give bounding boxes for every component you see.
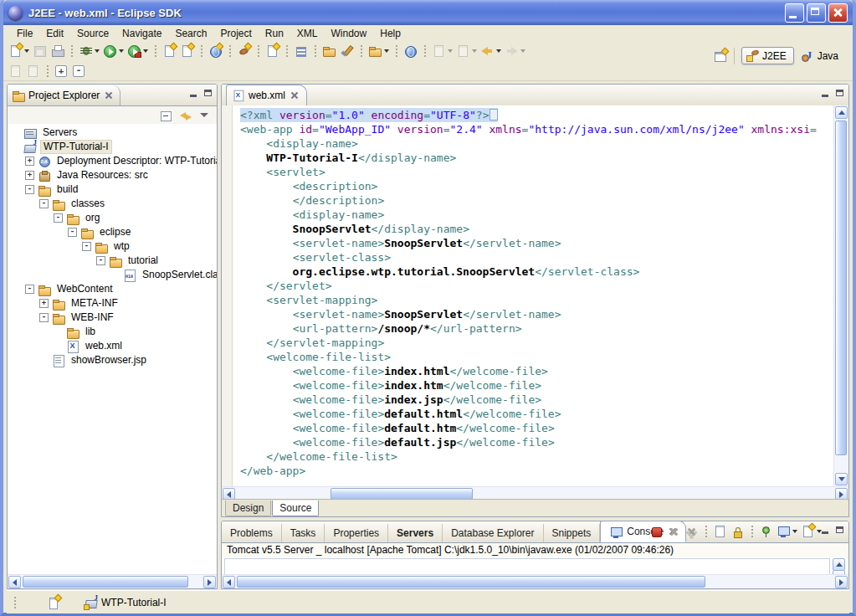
minimize-console-button[interactable] <box>820 526 831 536</box>
go-into-button[interactable] <box>454 44 479 59</box>
tree-item-java-resources-src[interactable]: +Java Resources: src <box>8 168 217 182</box>
view-tab-tasks[interactable]: Tasks <box>282 524 325 542</box>
perspective-java[interactable]: Java <box>797 47 846 64</box>
view-tab-properties[interactable]: Properties <box>325 524 388 542</box>
new-dynamic-web-project-button[interactable] <box>207 44 224 59</box>
external-tools-button[interactable] <box>126 44 150 59</box>
view-menu-icon[interactable] <box>197 109 212 122</box>
link-with-editor-icon[interactable] <box>178 109 192 122</box>
minimize-editor-button[interactable] <box>820 89 831 99</box>
new-servlet-button[interactable] <box>161 44 178 59</box>
go-into-dropdown-icon[interactable] <box>472 49 477 53</box>
tree-item-wtp-tutorial-i[interactable]: WTP-Tutorial-I <box>8 140 217 154</box>
menu-xml[interactable]: XML <box>290 27 325 40</box>
display-selected-console-dropdown-icon[interactable] <box>792 530 797 533</box>
collapse-toggle-icon[interactable]: - <box>68 228 77 237</box>
tree-item-tutorial[interactable]: -tutorial <box>8 254 217 268</box>
new-ear-button[interactable] <box>264 44 281 59</box>
back-button[interactable] <box>479 44 503 59</box>
source-editor[interactable]: <?xml version="1.0" encoding="UTF-8"?><w… <box>222 105 848 486</box>
menu-source[interactable]: Source <box>70 27 115 40</box>
collapse-all-editor-button[interactable] <box>70 64 88 79</box>
expand-all-button[interactable] <box>53 64 70 79</box>
menu-search[interactable]: Search <box>168 27 213 40</box>
clear-console-button[interactable] <box>711 524 729 539</box>
terminate-button[interactable] <box>648 524 665 539</box>
tree-item-lib[interactable]: lib <box>8 325 217 339</box>
tree-item-servers[interactable]: Servers <box>8 126 217 140</box>
console-hscrollbar[interactable] <box>222 574 848 588</box>
view-tab-problems[interactable]: Problems <box>222 524 282 542</box>
collapse-toggle-icon[interactable]: - <box>96 256 105 265</box>
project-explorer-hscrollbar[interactable] <box>8 574 217 588</box>
collapse-toggle-icon[interactable]: - <box>82 242 91 251</box>
menu-edit[interactable]: Edit <box>39 27 70 40</box>
minimize-view-button[interactable] <box>188 89 199 99</box>
tree-item-web-inf[interactable]: -WEB-INF <box>8 311 217 325</box>
previous-annotation-button[interactable] <box>7 64 24 79</box>
menu-run[interactable]: Run <box>259 27 290 40</box>
menu-file[interactable]: File <box>10 27 39 40</box>
collapse-toggle-icon[interactable]: - <box>39 313 49 322</box>
run-dropdown-icon[interactable] <box>119 49 124 53</box>
external-tools-dropdown-icon[interactable] <box>143 49 148 53</box>
open-resource-dropdown-icon[interactable] <box>384 49 389 53</box>
title-bar[interactable]: J2EE - web.xml - Eclipse SDK <box>3 0 853 25</box>
forward-button[interactable] <box>503 44 527 59</box>
expand-toggle-icon[interactable]: + <box>25 171 34 180</box>
menu-navigate[interactable]: Navigate <box>115 27 168 40</box>
menu-help[interactable]: Help <box>373 27 407 40</box>
minimize-button[interactable] <box>785 3 804 23</box>
collapse-toggle-icon[interactable]: - <box>54 213 63 223</box>
new-jsp-button[interactable] <box>178 44 196 59</box>
tree-item-deployment-descriptor-wtp-tutorial-i[interactable]: +Deployment Descriptor: WTP-Tutorial-I <box>8 154 217 168</box>
back-dropdown-icon[interactable] <box>496 49 501 53</box>
maximize-console-button[interactable] <box>834 526 845 536</box>
last-edit-location-button[interactable] <box>430 44 454 59</box>
tree-item-org[interactable]: -org <box>8 211 217 225</box>
new-dropdown-icon[interactable] <box>24 49 29 53</box>
save-button[interactable] <box>31 44 49 59</box>
next-annotation-button[interactable] <box>24 64 42 79</box>
view-tab-servers[interactable]: Servers <box>388 524 443 542</box>
debug-button[interactable] <box>77 44 101 59</box>
menu-project[interactable]: Project <box>213 27 258 40</box>
close-button[interactable] <box>828 3 848 23</box>
pin-console-button[interactable] <box>757 524 775 539</box>
page-tab-design[interactable]: Design <box>225 501 271 516</box>
tree-item-showbrowser-jsp[interactable]: showBrowser.jsp <box>8 353 217 367</box>
collapse-toggle-icon[interactable]: - <box>25 185 34 194</box>
view-tab-database-explorer[interactable]: Database Explorer <box>443 524 543 542</box>
display-selected-console-button[interactable] <box>775 524 799 539</box>
editor-vscrollbar[interactable] <box>833 105 848 486</box>
tree-item-wtp[interactable]: -wtp <box>8 239 217 254</box>
open-resource-button[interactable] <box>366 44 391 59</box>
fast-view-button[interactable] <box>45 595 63 610</box>
collapse-toggle-icon[interactable]: - <box>25 285 34 294</box>
tree-item-web-xml[interactable]: web.xml <box>8 339 217 353</box>
view-tab-snippets[interactable]: Snippets <box>544 524 601 542</box>
search-torch-button[interactable] <box>338 44 356 59</box>
print-button[interactable] <box>49 44 66 59</box>
project-explorer-tab[interactable]: Project Explorer <box>8 85 120 105</box>
web-browser-button[interactable] <box>402 44 419 59</box>
tree-item-snoopservlet-class[interactable]: SnoopServlet.class <box>8 268 217 282</box>
snippets-view-button[interactable] <box>292 44 310 59</box>
new-button[interactable] <box>7 44 31 59</box>
tree-item-meta-inf[interactable]: +META-INF <box>8 296 217 311</box>
tree-item-webcontent[interactable]: -WebContent <box>8 282 217 296</box>
perspective-j2ee[interactable]: J2EE <box>741 47 794 64</box>
collapse-all-icon[interactable] <box>159 109 173 122</box>
debug-dropdown-icon[interactable] <box>95 49 100 53</box>
page-tab-source[interactable]: Source <box>272 501 319 516</box>
remove-all-terminated-button[interactable] <box>683 524 700 539</box>
close-view-icon[interactable] <box>105 91 113 100</box>
forward-dropdown-icon[interactable] <box>520 49 525 53</box>
editor-tab-web-xml[interactable]: web.xml <box>226 85 307 105</box>
expand-toggle-icon[interactable]: + <box>39 299 49 308</box>
maximize-button[interactable] <box>807 3 826 23</box>
menu-window[interactable]: Window <box>325 27 374 40</box>
scroll-lock-button[interactable] <box>729 524 746 539</box>
expand-toggle-icon[interactable]: + <box>25 157 34 166</box>
run-button[interactable] <box>101 44 126 59</box>
